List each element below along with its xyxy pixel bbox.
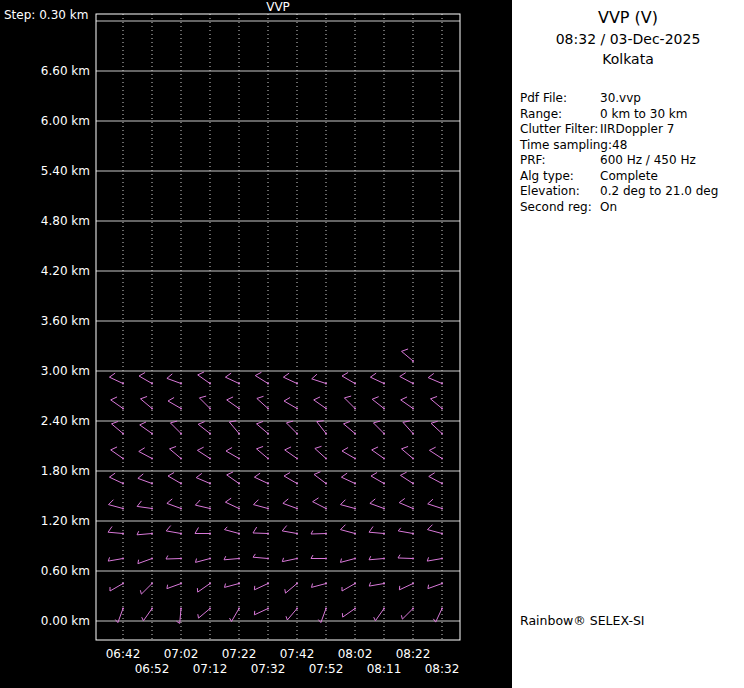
wind-barb [199,396,211,409]
wind-barb [374,608,385,621]
wind-barb [167,499,182,510]
wind-barb [318,608,327,623]
wind-barb [109,373,124,384]
param-row-pdf-file: Pdf File: 30.vvp [520,91,744,107]
x-axis-label: 08:11 [367,662,402,676]
wind-barb [369,582,385,586]
wind-barb [195,527,211,534]
wind-barb [429,447,443,459]
wind-barb [254,583,269,590]
wind-barb [341,525,356,535]
wind-barb [109,500,124,510]
wind-barb [341,473,356,484]
param-row-prf: PRF: 600 Hz / 450 Hz [520,153,744,169]
wind-barb [140,422,153,435]
wind-barb [168,473,182,485]
x-axis-label: 07:02 [164,647,199,661]
wind-barb [369,526,385,534]
wind-barb [196,473,211,484]
wind-barb [369,556,385,560]
wind-barb [341,500,356,510]
wind-barb [197,447,211,459]
wind-barb [398,555,414,560]
param-label: Alg type: [520,169,600,185]
wind-barb [112,421,124,434]
wind-barb [254,500,269,510]
wind-barb [286,421,298,434]
param-label: Elevation: [520,184,600,200]
param-label: PRF: [520,153,600,169]
wind-barb [255,372,269,384]
x-axis-label: 07:12 [193,662,228,676]
wind-barb [342,448,356,460]
wind-barb [108,557,124,561]
wind-barb [111,447,124,460]
y-axis-label: 5.40 km [41,164,90,178]
wind-barb [344,421,356,434]
y-axis-label: 3.00 km [41,364,90,378]
wind-barb [428,525,443,535]
wind-barb [317,421,327,435]
x-axis-label: 07:52 [309,662,344,676]
brand-footer: Rainbow® SELEX-SI [520,613,645,628]
plot-border [96,14,460,640]
wind-barb [137,501,153,510]
wind-barb [372,397,385,410]
wind-barb [398,528,414,535]
wind-barb [141,396,153,409]
wind-barb [138,558,153,564]
y-axis-label: 0.60 km [41,564,90,578]
param-label: Range: [520,107,600,123]
wind-barb [282,526,298,535]
wind-barb [108,526,124,534]
wind-barb [342,583,356,592]
param-label: Second reg: [520,200,600,216]
wind-barb [195,500,211,509]
x-axis-label: 07:32 [251,662,286,676]
wind-barb [198,608,211,619]
wind-barb [401,608,414,620]
wind-barb [139,373,153,385]
wind-barb [285,583,298,594]
wind-barb [371,473,385,485]
wind-barb [198,372,211,385]
wind-barb [229,421,240,435]
wind-barb [254,608,269,615]
wind-barb [167,374,182,385]
wind-barb [311,530,327,534]
wind-barb [342,608,356,618]
wind-barb [431,396,443,409]
plot-title: VVP [266,0,290,14]
x-axis-label: 06:42 [106,647,141,661]
wind-barb [167,583,182,589]
wind-barb [115,608,124,623]
wind-barb [110,583,124,592]
x-axis-label: 07:42 [280,647,315,661]
param-label: Pdf File: [520,91,600,107]
param-row-elevation: Elevation: 0.2 deg to 21.0 deg [520,184,744,200]
x-axis-label: 08:22 [396,647,431,661]
x-axis-label: 07:22 [222,647,257,661]
param-value: On [600,200,617,216]
y-axis-label: 6.00 km [41,114,90,128]
wind-barb [284,398,298,410]
wind-barb [253,527,269,534]
wind-barb [166,526,182,535]
product-title: VVP (V) [512,8,744,27]
param-label: Time sampling: [520,138,612,154]
param-list: Pdf File: 30.vvp Range: 0 km to 30 km Cl… [520,91,744,215]
wind-barb [311,555,327,559]
wind-barb [257,421,269,434]
wind-barb [284,473,298,485]
wind-barb [170,421,182,434]
wind-barb [344,396,356,409]
wind-barb [170,446,182,459]
wind-barb [401,397,414,410]
wind-barb [140,583,153,595]
y-axis-label: 4.80 km [41,214,90,228]
wind-barb [403,421,414,435]
wind-barb [224,556,240,560]
wind-barb [342,373,356,385]
param-value: 48 [612,138,627,154]
wind-barb [399,498,414,509]
